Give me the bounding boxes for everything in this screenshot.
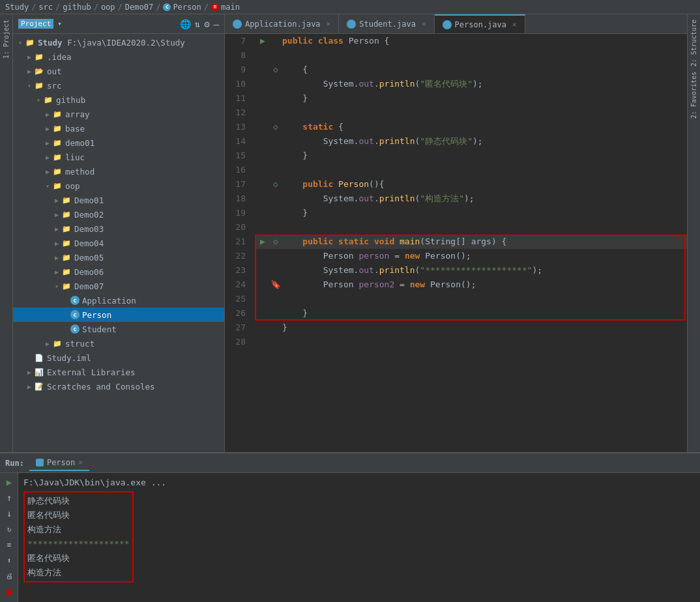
- folder-icon-out: 📂: [34, 66, 44, 76]
- code-line-14: System.out.println("静态代码块");: [256, 134, 687, 149]
- breadcrumb-src[interactable]: src: [38, 3, 53, 12]
- folder-icon-base: 📁: [52, 123, 63, 134]
- tree-arrow-out[interactable]: ▶: [25, 68, 34, 75]
- output-line-2: 匿名代码块: [27, 508, 130, 523]
- tree-item-study-iml[interactable]: 📄 Study.iml: [13, 351, 224, 365]
- tree-arrow-struct[interactable]: ▶: [43, 340, 52, 347]
- tree-item-scratches[interactable]: ▶ 📝 Scratches and Consoles: [13, 379, 224, 394]
- tree-label-demo06: Demo06: [74, 267, 104, 277]
- tree-item-study[interactable]: ▾ 📁 Study F:\java\IDEA2020.2\Study: [13, 35, 224, 50]
- tree-item-out[interactable]: ▶ 📂 out: [13, 64, 224, 78]
- tree-arrow-github[interactable]: ▾: [34, 96, 43, 104]
- tree-item-idea[interactable]: ▶ 📁 .idea: [13, 50, 224, 64]
- tree-arrow-liuc[interactable]: ▶: [43, 154, 52, 161]
- tree-item-liuc[interactable]: ▶ 📁 liuc: [13, 150, 224, 164]
- tree-arrow-base[interactable]: ▶: [43, 125, 52, 132]
- tree-item-src[interactable]: ▾ 📁 src: [13, 78, 224, 93]
- tree-arrow-array[interactable]: ▶: [43, 111, 52, 118]
- breadcrumb-oop[interactable]: oop: [101, 3, 115, 12]
- tree-arrow-method[interactable]: ▶: [43, 168, 52, 175]
- tree-arrow-src[interactable]: ▾: [25, 82, 34, 89]
- run-tab-person[interactable]: Person ✕: [29, 455, 89, 471]
- tab-close-person[interactable]: ✕: [512, 20, 517, 29]
- run-down-button[interactable]: ↓: [3, 507, 16, 520]
- tree-item-demo01-oop[interactable]: ▶ 📁 Demo01: [13, 193, 224, 207]
- tree-item-ext-libs[interactable]: ▶ 📊 External Libraries: [13, 365, 224, 379]
- breadcrumb-main[interactable]: m main: [211, 3, 240, 12]
- code-line-15: }: [256, 149, 687, 163]
- tree-arrow-oop[interactable]: ▾: [43, 182, 52, 190]
- sidebar-minimize-icon[interactable]: —: [214, 19, 219, 29]
- tree-item-demo05[interactable]: ▶ 📁 Demo05: [13, 250, 224, 265]
- tree-label-out: out: [47, 66, 62, 76]
- project-dropdown-arrow[interactable]: ▾: [57, 20, 62, 28]
- highlighted-block: ▶ ◇ public static void main(String[] arg…: [256, 235, 687, 321]
- run-filter-button[interactable]: ⬆: [3, 554, 16, 567]
- tree-item-struct[interactable]: ▶ 📁 struct: [13, 336, 224, 351]
- run-tab-close[interactable]: ✕: [78, 458, 83, 466]
- folder-icon-demo04: 📁: [61, 238, 72, 248]
- tree-item-application[interactable]: c Application: [13, 293, 224, 308]
- tab-application[interactable]: Application.java ✕: [225, 14, 339, 33]
- breadcrumb-study[interactable]: Study: [5, 3, 29, 12]
- run-print-button[interactable]: 🖨: [3, 569, 16, 582]
- sidebar-globe-icon[interactable]: 🌐: [180, 19, 191, 29]
- tree-item-person[interactable]: c Person: [13, 308, 224, 322]
- tab-close-student[interactable]: ✕: [422, 20, 426, 28]
- tree-arrow-demo05[interactable]: ▶: [52, 254, 61, 261]
- output-bordered-block: 静态代码块 匿名代码块 构造方法 ******************** 匿名…: [23, 491, 134, 582]
- tree-item-student[interactable]: c Student: [13, 322, 224, 336]
- tree-item-demo02[interactable]: ▶ 📁 Demo02: [13, 207, 224, 222]
- tree-arrow-demo06[interactable]: ▶: [52, 268, 61, 276]
- vtab-structure[interactable]: 2: Structure: [689, 17, 699, 69]
- run-up-button[interactable]: ↑: [3, 491, 16, 504]
- output-line-1: 静态代码块: [27, 494, 130, 508]
- tree-item-demo07[interactable]: ▾ 📁 Demo07: [13, 279, 224, 293]
- tree-arrow-demo04[interactable]: ▶: [52, 240, 61, 247]
- tab-student[interactable]: Student.java ✕: [339, 14, 434, 33]
- tree-label-method: method: [65, 167, 95, 177]
- tree-item-github[interactable]: ▾ 📁 github: [13, 93, 224, 107]
- run-format-button[interactable]: ≡: [3, 538, 16, 551]
- breadcrumb-demo07[interactable]: Demo07: [125, 3, 153, 12]
- left-vtabs: 1: Project: [0, 14, 13, 452]
- tree-arrow-ext-libs[interactable]: ▶: [25, 369, 34, 376]
- tree-item-demo06[interactable]: ▶ 📁 Demo06: [13, 265, 224, 279]
- tree-item-demo01[interactable]: ▶ 📁 demo01: [13, 136, 224, 150]
- tree-arrow-demo01[interactable]: ▶: [43, 139, 52, 147]
- run-stop-button[interactable]: ■: [3, 585, 16, 598]
- tree-arrow-idea[interactable]: ▶: [25, 53, 34, 61]
- run-tab-label: Person: [47, 458, 75, 467]
- tree-arrow-demo03[interactable]: ▶: [52, 225, 61, 233]
- tree-arrow-demo07[interactable]: ▾: [52, 283, 61, 290]
- run-rerun-button[interactable]: ↻: [3, 523, 16, 536]
- tree-item-demo03[interactable]: ▶ 📁 Demo03: [13, 222, 224, 236]
- tree-item-array[interactable]: ▶ 📁 array: [13, 107, 224, 121]
- tree-label-struct: struct: [65, 339, 95, 349]
- vtab-favorites[interactable]: 2: Favorites: [689, 69, 699, 121]
- tree-arrow-demo02[interactable]: ▶: [52, 211, 61, 218]
- run-play-button[interactable]: ▶: [3, 476, 16, 489]
- code-line-26: }: [256, 306, 687, 321]
- sidebar-settings-icon[interactable]: ⚙: [204, 19, 209, 29]
- tree-item-demo04[interactable]: ▶ 📁 Demo04: [13, 236, 224, 250]
- tree-item-base[interactable]: ▶ 📁 base: [13, 121, 224, 136]
- tree-arrow-person: [61, 311, 70, 319]
- vtab-project[interactable]: 1: Project: [1, 17, 11, 61]
- tree-arrow-scratches[interactable]: ▶: [25, 383, 34, 390]
- run-arrow-7[interactable]: ▶: [256, 34, 269, 48]
- tab-person[interactable]: Person.java ✕: [435, 14, 525, 33]
- breadcrumb-github[interactable]: github: [63, 3, 91, 12]
- tree-item-oop[interactable]: ▾ 📁 oop: [13, 179, 224, 193]
- tree-arrow-demo01-oop[interactable]: ▶: [52, 197, 61, 204]
- java-icon-application: c: [70, 296, 80, 305]
- sidebar-sync-icon[interactable]: ⇅: [195, 19, 200, 29]
- main-with-vtabs: 1: Project Project ▾ 🌐 ⇅ ⚙ — ▾ 📁: [0, 14, 700, 452]
- tab-close-application[interactable]: ✕: [327, 20, 331, 28]
- tree-arrow-study[interactable]: ▾: [16, 39, 25, 46]
- code-line-13: ◇ static {: [256, 120, 687, 134]
- tree-item-method[interactable]: ▶ 📁 method: [13, 164, 224, 179]
- run-arrow-21[interactable]: ▶: [256, 235, 269, 249]
- sidebar-header: Project ▾ 🌐 ⇅ ⚙ —: [13, 14, 224, 34]
- breadcrumb-person-class[interactable]: c Person: [163, 3, 201, 12]
